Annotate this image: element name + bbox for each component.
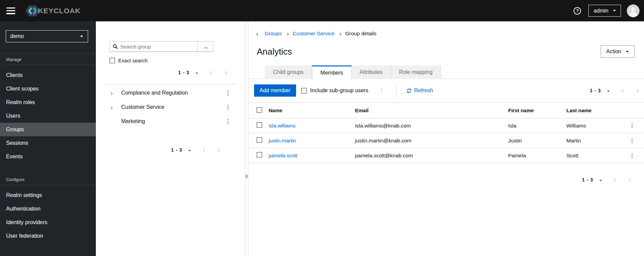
select-all-checkbox[interactable]	[256, 107, 262, 113]
drag-handle-icon[interactable]	[246, 175, 248, 178]
previous-page-button[interactable]	[621, 87, 625, 94]
tab-members[interactable]: Members	[312, 65, 352, 79]
action-dropdown-button[interactable]: Action	[601, 45, 635, 58]
sidebar-item-events[interactable]: Events	[0, 150, 96, 163]
avatar[interactable]	[627, 4, 640, 17]
kebab-menu-icon[interactable]: ⋮	[225, 90, 231, 96]
add-member-button[interactable]: Add member	[254, 84, 296, 97]
page-title: Analytics	[257, 46, 292, 57]
sidebar-item-user-federation[interactable]: User federation	[0, 229, 96, 243]
pagination-options-toggle[interactable]	[606, 87, 610, 94]
toolbar-kebab-menu-icon[interactable]: ⋮	[378, 88, 384, 94]
include-subgroup-users-checkbox[interactable]	[301, 88, 307, 94]
exact-search-label: Exact search	[118, 58, 148, 63]
tabs: Child groups Members Attributes Role map…	[248, 65, 644, 79]
sidebar-item-identity-providers[interactable]: Identity providers	[0, 216, 96, 229]
members-toolbar: Add member Include sub-group users ⋮ Ref…	[248, 84, 644, 97]
kebab-menu-icon[interactable]: ⋮	[225, 104, 231, 110]
sidebar-item-authentication[interactable]: Authentication	[0, 202, 96, 216]
sidebar-item-groups[interactable]: Groups	[0, 123, 96, 136]
group-name[interactable]: Customer Service	[121, 104, 225, 110]
breadcrumb-separator-icon	[286, 31, 288, 37]
sidebar-item-realm-settings[interactable]: Realm settings	[0, 189, 96, 202]
previous-page-button[interactable]	[210, 70, 214, 76]
row-checkbox[interactable]	[256, 152, 262, 158]
table-header-row: Name Email First name Last name	[248, 103, 644, 118]
refresh-button[interactable]: Refresh	[407, 87, 433, 94]
next-page-button[interactable]	[627, 177, 631, 183]
pagination-options-toggle[interactable]	[188, 147, 192, 153]
breadcrumb-separator-icon	[339, 31, 341, 37]
row-checkbox[interactable]	[256, 122, 262, 128]
member-email: justin.martin@knab.com	[351, 133, 504, 148]
sidebar-item-client-scopes[interactable]: Client scopes	[0, 82, 96, 96]
chevron-left-icon	[621, 89, 625, 93]
realm-selector[interactable]: demo	[6, 30, 88, 42]
member-first-name: Isla	[504, 118, 562, 133]
refresh-icon	[407, 88, 412, 93]
divider	[396, 85, 397, 96]
next-page-button[interactable]	[635, 87, 639, 94]
sidebar-item-users[interactable]: Users	[0, 109, 96, 123]
nav-section-manage: Manage	[0, 54, 96, 65]
sidebar-item-realm-roles[interactable]: Realm roles	[0, 96, 96, 109]
pagination-options-toggle[interactable]	[195, 70, 199, 76]
breadcrumb-link-groups[interactable]: Groups	[265, 31, 282, 37]
panel-resize-splitter[interactable]	[245, 21, 248, 256]
refresh-label: Refresh	[414, 87, 433, 94]
arrow-right-icon: →	[202, 43, 208, 50]
sidebar-item-clients[interactable]: Clients	[0, 68, 96, 82]
row-kebab-menu-icon[interactable]: ⋮	[629, 123, 635, 129]
expand-chevron-icon[interactable]	[109, 105, 113, 110]
previous-page-button[interactable]	[203, 147, 207, 153]
group-tree-item-marketing[interactable]: Marketing ⋮	[96, 114, 245, 129]
expand-chevron-icon[interactable]	[109, 91, 113, 96]
row-checkbox[interactable]	[256, 137, 262, 143]
member-last-name: Martin	[562, 133, 620, 148]
group-search: →	[109, 41, 213, 52]
tab-child-groups[interactable]: Child groups	[265, 65, 312, 79]
column-header-email: Email	[351, 103, 504, 118]
next-page-button[interactable]	[216, 147, 220, 153]
brand-text: KEYCLOAK	[38, 7, 81, 15]
avatar-icon	[627, 4, 640, 17]
group-tree: Compliance and Regulation ⋮ Customer Ser…	[96, 84, 245, 129]
sidebar-item-sessions[interactable]: Sessions	[0, 136, 96, 150]
member-email: isla.williams@knab.com	[351, 118, 504, 133]
member-email: pamela.scott@knab.com	[351, 148, 504, 163]
pagination-options-toggle[interactable]	[599, 177, 603, 183]
tab-attributes[interactable]: Attributes	[352, 65, 391, 79]
group-tree-item-customer-service[interactable]: Customer Service ⋮	[96, 100, 245, 114]
member-name-link[interactable]: pamela.scott	[269, 153, 297, 158]
member-name-link[interactable]: isla.williams	[269, 123, 295, 129]
group-tree-item-compliance-and-regulation[interactable]: Compliance and Regulation ⋮	[96, 86, 245, 100]
help-icon[interactable]: ?	[574, 7, 581, 15]
breadcrumb-back-icon[interactable]	[257, 31, 259, 36]
chevron-down-icon	[607, 91, 610, 92]
hamburger-menu-icon[interactable]	[6, 7, 15, 14]
column-header-first-name: First name	[504, 103, 562, 118]
kebab-menu-icon[interactable]: ⋮	[225, 119, 231, 124]
pagination-range: 1 - 3	[582, 177, 593, 182]
chevron-right-icon	[223, 71, 227, 75]
row-kebab-menu-icon[interactable]: ⋮	[629, 138, 635, 143]
chevron-down-icon	[599, 180, 602, 181]
username: admin	[594, 8, 608, 14]
previous-page-button[interactable]	[614, 177, 618, 183]
member-name-link[interactable]: justin.martin	[269, 138, 296, 143]
group-name[interactable]: Marketing	[121, 118, 225, 124]
search-submit-button[interactable]: →	[197, 42, 213, 52]
nav-section-configure: Configure	[0, 174, 96, 185]
search-group-input[interactable]	[120, 44, 197, 50]
row-kebab-menu-icon[interactable]: ⋮	[629, 153, 635, 158]
group-name[interactable]: Compliance and Regulation	[121, 90, 225, 96]
next-page-button[interactable]	[223, 70, 227, 76]
chevron-right-icon	[627, 178, 631, 182]
exact-search-checkbox[interactable]	[109, 58, 115, 63]
members-pagination-bottom: 1 - 3	[248, 174, 644, 186]
breadcrumb-link-customer-service[interactable]: Customer Service	[293, 31, 334, 37]
member-first-name: Justin	[504, 133, 562, 148]
user-menu-dropdown[interactable]: admin	[588, 5, 621, 17]
tab-role-mapping[interactable]: Role mapping	[391, 65, 441, 79]
members-pagination-top: 1 - 3	[590, 86, 639, 95]
